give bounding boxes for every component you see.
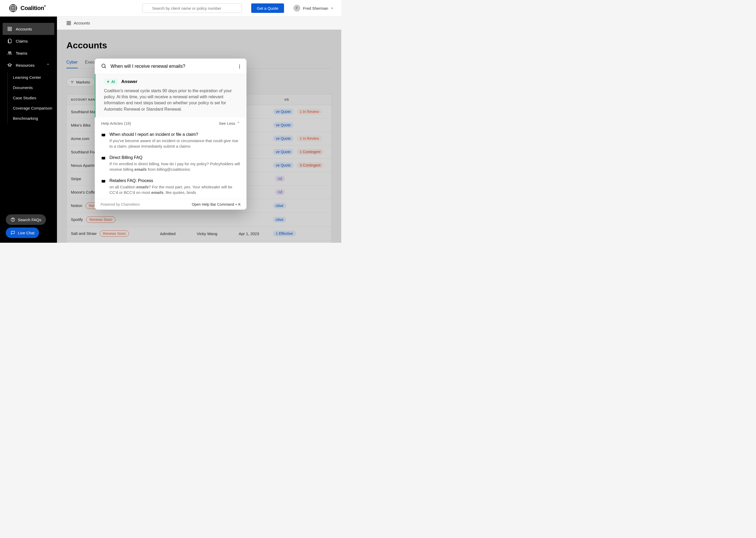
chat-label: Live Chat (18, 231, 34, 235)
sidebar-item-claims[interactable]: Claims (3, 35, 54, 47)
faq-label: Search FAQs (18, 218, 41, 222)
open-help-bar-hint: Open Help Bar Command + K (192, 202, 241, 206)
logo-mark-icon (9, 4, 17, 12)
ai-answer-title: Answer (121, 79, 137, 84)
user-menu[interactable]: F Fred Sherman ▼ (294, 5, 333, 12)
help-article[interactable]: Direct Billing FAQ If I'm enrolled in di… (95, 153, 247, 176)
articles-header-row: Help Articles (18) See Less ⌃ (95, 117, 247, 130)
sidebar-label: Claims (16, 39, 28, 43)
global-search-input[interactable] (143, 3, 242, 13)
get-quote-button[interactable]: Get a Quote (251, 3, 284, 13)
sub-coverage-comparison[interactable]: Coverage Comparison (10, 103, 57, 113)
article-title: Retailers FAQ: Process (110, 178, 240, 183)
ai-answer-text: Coalition's renewal cycle starts 90 days… (104, 88, 240, 112)
sidebar-bottom: Search FAQs Live Chat (6, 214, 51, 238)
document-icon (7, 39, 12, 43)
breadcrumb-text: Accounts (74, 21, 90, 25)
svg-point-11 (8, 52, 10, 53)
chevron-up-icon: ⌃ (237, 121, 240, 126)
svg-rect-18 (69, 24, 71, 25)
help-article[interactable]: When should I report an incident or file… (95, 130, 247, 153)
book-icon (101, 133, 106, 138)
help-bar-modal: | ✦ AI Answer Coalition's renewal cycle … (95, 59, 247, 210)
search-icon (101, 63, 107, 69)
svg-rect-10 (10, 29, 12, 31)
chevron-up-icon: ⌃ (46, 63, 50, 67)
help-bar-footer: Powered by Chameleon Open Help Bar Comma… (95, 199, 247, 210)
logo: Coalition® (9, 4, 46, 12)
chevron-down-icon: ▼ (331, 7, 333, 10)
svg-rect-7 (8, 27, 9, 28)
sidebar-label: Teams (16, 51, 27, 55)
sub-case-studies[interactable]: Case Studies (10, 93, 57, 103)
article-snippet: on all Coalition emails? For the most pa… (110, 184, 240, 195)
breadcrumb: Accounts (57, 17, 341, 30)
article-title: When should I report an incident or file… (110, 132, 240, 137)
article-snippet: If you've become aware of an incident or… (110, 138, 240, 149)
svg-point-25 (102, 64, 105, 68)
svg-line-26 (105, 67, 106, 68)
ai-badge: ✦ AI (104, 79, 118, 84)
app-header: Coalition® Get a Quote F Fred Sherman ▼ (0, 0, 341, 17)
chat-icon (11, 230, 15, 235)
sidebar: Accounts Claims Teams Resources ⌃ Learni… (0, 17, 57, 243)
book-icon (101, 156, 106, 161)
cursor-icon: | (239, 64, 240, 69)
svg-rect-17 (67, 24, 68, 25)
svg-point-14 (13, 220, 13, 221)
article-title: Direct Billing FAQ (110, 155, 240, 160)
grid-icon (7, 27, 12, 31)
cap-icon (7, 63, 12, 68)
help-search-input[interactable] (111, 64, 235, 69)
see-less-toggle[interactable]: See Less ⌃ (219, 121, 240, 126)
svg-point-12 (10, 52, 11, 53)
ai-answer-block: ✦ AI Answer Coalition's renewal cycle st… (95, 74, 247, 117)
logo-text: Coalition® (21, 5, 46, 12)
live-chat-button[interactable]: Live Chat (6, 228, 39, 238)
svg-rect-16 (69, 21, 71, 23)
sub-documents[interactable]: Documents (10, 82, 57, 93)
svg-rect-15 (67, 21, 68, 23)
global-search-wrap (143, 3, 242, 13)
sub-learning-center[interactable]: Learning Center (10, 72, 57, 82)
svg-rect-9 (8, 29, 9, 31)
articles-count: Help Articles (18) (101, 121, 131, 126)
sparkle-icon: ✦ (107, 80, 110, 84)
grid-icon (67, 21, 71, 26)
help-article[interactable]: Retailers FAQ: Process on all Coalition … (95, 176, 247, 199)
sidebar-label: Resources (16, 63, 35, 68)
people-icon (7, 51, 12, 55)
sidebar-item-accounts[interactable]: Accounts (3, 23, 54, 35)
user-name: Fred Sherman (303, 6, 328, 11)
book-icon (101, 179, 106, 184)
resources-submenu: Learning Center Documents Case Studies C… (7, 72, 57, 124)
sidebar-label: Accounts (16, 27, 32, 31)
search-faqs-button[interactable]: Search FAQs (6, 214, 46, 225)
svg-rect-8 (10, 27, 12, 28)
avatar: F (294, 5, 300, 12)
sidebar-item-resources[interactable]: Resources ⌃ (3, 59, 54, 71)
sidebar-item-teams[interactable]: Teams (3, 47, 54, 59)
article-snippet: If I'm enrolled in direct billing, how d… (110, 161, 240, 172)
help-search-row: | (95, 59, 247, 74)
question-icon (11, 217, 15, 222)
sub-benchmarking[interactable]: Benchmarking (10, 113, 57, 124)
powered-by: Powered by Chameleon (101, 202, 140, 206)
